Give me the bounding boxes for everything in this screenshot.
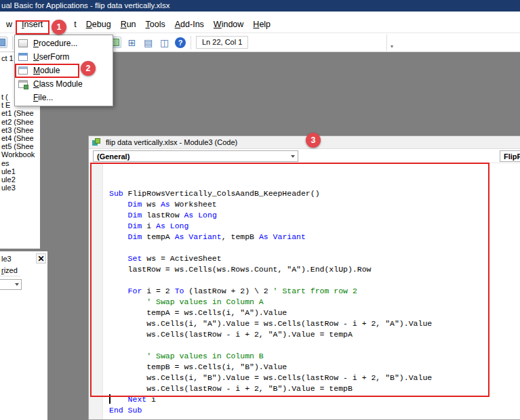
menu-item-debug[interactable]: Debug	[81, 18, 116, 30]
project-tree-item[interactable]: ule2	[0, 175, 40, 184]
line-col-indicator: Ln 22, Col 1	[196, 36, 248, 49]
code-line: ' Swap values in Column A	[109, 297, 520, 308]
menu-item-label: Module	[33, 66, 60, 75]
code-window-title: flip data vertically.xlsx - Module3 (Cod…	[106, 138, 237, 146]
toolbar-overflow-chevron[interactable]: ▾	[386, 35, 397, 51]
code-lines: Sub FlipRowsVertically_ColsAandB_KeepHea…	[109, 188, 520, 416]
properties-window-icon[interactable]: ▤	[142, 37, 154, 48]
code-line: End Sub	[109, 405, 520, 416]
menu-item-procedure[interactable]: Procedure...	[15, 37, 113, 50]
menu-item-window[interactable]: Window	[209, 18, 248, 30]
code-line: Dim i As Long	[109, 221, 520, 232]
code-line: For i = 2 To (lastRow + 2) \ 2 ' Start f…	[109, 286, 520, 297]
code-line: Dim tempA As Variant, tempB As Variant	[109, 232, 520, 243]
menu-item-module[interactable]: Module	[15, 64, 113, 77]
menu-item-w[interactable]: w	[1, 18, 17, 30]
code-line: Dim ws As Worksheet	[109, 199, 520, 210]
menu-item-file[interactable]: File...	[15, 91, 113, 104]
class-module-icon	[18, 80, 28, 88]
code-window-titlebar[interactable]: flip data vertically.xlsx - Module3 (Cod…	[89, 136, 520, 149]
tab-categorized[interactable]: rized	[0, 264, 20, 276]
code-combo-row: (General) FlipR	[89, 149, 520, 163]
code-line: ' Swap values in Column B	[109, 351, 520, 362]
menu-item-addins[interactable]: Add-Ins	[170, 18, 209, 30]
menu-item-label: UserForm	[33, 52, 69, 62]
code-line	[109, 243, 520, 253]
properties-titlebar: le3 ✕	[0, 251, 47, 264]
properties-title: le3	[1, 255, 12, 263]
close-icon[interactable]: ✕	[36, 253, 46, 264]
margin-indicator-bar	[89, 164, 103, 419]
menu-item-insert[interactable]: Insert	[17, 18, 47, 30]
procedure-icon	[18, 39, 28, 47]
menu-item-class-module[interactable]: Class Module	[15, 77, 113, 91]
chevron-down-icon	[15, 283, 19, 286]
annotation-badge-3: 3	[306, 133, 321, 148]
code-line: Set ws = ActiveSheet	[109, 253, 520, 264]
chevron-down-icon	[291, 155, 295, 158]
code-line: tempB = ws.Cells(i, "B").Value	[109, 362, 520, 373]
code-line	[109, 340, 520, 351]
code-line: ws.Cells(lastRow - i + 2, "B").Value = t…	[109, 383, 520, 394]
insert-menu: Procedure...UserFormModuleClass ModuleFi…	[14, 35, 113, 106]
procedure-dropdown[interactable]: FlipR	[500, 150, 520, 162]
annotation-badge-2: 2	[81, 61, 96, 76]
module-icon	[18, 66, 28, 75]
title-bar[interactable]: ual Basic for Applications - flip data v…	[0, 0, 520, 12]
userform-icon	[18, 53, 28, 61]
procedure-dropdown-value: FlipR	[504, 152, 520, 161]
menu-item-tools[interactable]: Tools	[141, 18, 170, 30]
properties-panel: le3 ✕ rized	[0, 251, 47, 420]
project-tree-item[interactable]: Workbook	[0, 150, 40, 159]
menu-item-help[interactable]: Help	[248, 18, 275, 30]
code-line	[109, 275, 520, 286]
code-line: tempA = ws.Cells(i, "A").Value	[109, 308, 520, 318]
toolbar-separator	[191, 36, 191, 49]
project-tree: t (t Eet1 (Sheeet2 (Sheeet3 (Sheeet4 (Sh…	[0, 93, 40, 192]
window-title: ual Basic for Applications - flip data v…	[1, 1, 169, 9]
project-tree-item[interactable]: et4 (Shee	[0, 134, 40, 142]
properties-object-dropdown[interactable]	[0, 279, 22, 290]
project-tree-item[interactable]: et2 (Shee	[0, 118, 40, 126]
project-tree-item[interactable]: et5 (Shee	[0, 142, 40, 150]
toolbar-separator	[12, 36, 13, 49]
code-line: lastRow = ws.Cells(ws.Rows.Count, "A").E…	[109, 264, 520, 275]
annotation-badge-1: 1	[52, 20, 66, 35]
code-editor[interactable]: Sub FlipRowsVertically_ColsAandB_KeepHea…	[109, 167, 520, 419]
help-icon[interactable]: ?	[175, 37, 186, 48]
project-tree-item[interactable]: ule1	[0, 167, 40, 175]
object-browser-icon[interactable]: ◫	[159, 37, 170, 48]
project-explorer-icon[interactable]: ⊞	[126, 37, 138, 48]
menu-item-label: File...	[33, 93, 53, 102]
code-window: flip data vertically.xlsx - Module3 (Cod…	[88, 135, 520, 420]
project-tree-item[interactable]: ule3	[0, 184, 40, 192]
project-tree-item[interactable]: es	[0, 159, 40, 167]
code-line: Dim lastRow As Long	[109, 210, 520, 221]
insert-menu-list: Procedure...UserFormModuleClass ModuleFi…	[15, 37, 113, 104]
code-line: ws.Cells(lastRow - i + 2, "A").Value = t…	[109, 329, 520, 340]
toolbar-clipped-icon[interactable]	[0, 37, 7, 48]
code-line: ws.Cells(i, "B").Value = ws.Cells(lastRo…	[109, 373, 520, 383]
code-line: Next i	[109, 394, 520, 405]
menu-item-run[interactable]: Run	[116, 18, 141, 30]
code-line: ws.Cells(i, "A").Value = ws.Cells(lastRo…	[109, 318, 520, 329]
menu-item-label: Procedure...	[33, 39, 77, 48]
object-dropdown-value: (General)	[97, 152, 129, 161]
text-cursor	[109, 394, 111, 404]
code-line: Sub FlipRowsVertically_ColsAandB_KeepHea…	[109, 188, 520, 199]
menu-item-userform[interactable]: UserForm	[15, 50, 113, 64]
menu-bar: wInserttDebugRunToolsAdd-InsWindowHelp	[0, 12, 520, 33]
project-tree-item[interactable]: et1 (Shee	[0, 109, 40, 117]
project-tree-item[interactable]: et3 (Shee	[0, 126, 40, 134]
menu-item-label: Class Module	[33, 79, 83, 89]
no-icon	[18, 93, 28, 102]
menu-item-t[interactable]: t	[69, 18, 81, 30]
object-dropdown[interactable]: (General)	[93, 150, 298, 162]
module-code-icon	[92, 138, 101, 146]
